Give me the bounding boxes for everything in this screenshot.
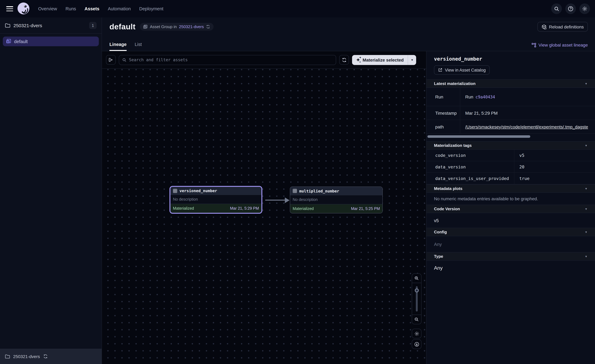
search-icon[interactable] xyxy=(551,3,562,14)
row-value: true xyxy=(514,173,595,184)
badge-group-link[interactable]: 250321-dvers xyxy=(179,24,204,29)
sidebar-item-default[interactable]: default xyxy=(3,36,99,46)
nav-item-runs[interactable]: Runs xyxy=(65,6,76,11)
zoom-in-button[interactable] xyxy=(412,274,421,283)
nav-links: Overview Runs Assets Automation Deployme… xyxy=(38,6,163,11)
asset-search-box[interactable] xyxy=(119,55,336,65)
table-row: path /Users/smackesey/stm/code/elementl/… xyxy=(426,120,595,134)
asset-node-name: versioned_number xyxy=(179,189,217,193)
asset-node-multiplied-number[interactable]: multiplied_number No description Materia… xyxy=(290,187,383,213)
section-title: Type xyxy=(434,254,443,259)
lineage-graph-area: ✦✦✧ Materialize selected ▼ versioned_num… xyxy=(102,51,426,364)
sidebar-footer-label: 250321-dvers xyxy=(13,354,40,359)
materialize-selected-label: Materialize selected xyxy=(362,57,404,62)
run-id-link[interactable]: c9a40434 xyxy=(475,95,495,99)
sync-icon[interactable] xyxy=(206,25,210,29)
asset-node-timestamp: Mar 21, 5:25 PM xyxy=(351,207,380,211)
sparkles-icon: ✦✦✧ xyxy=(356,57,360,62)
section-type[interactable]: Type ▼ xyxy=(426,252,595,261)
materialize-dropdown-button[interactable]: ▼ xyxy=(408,55,416,65)
nav-item-overview[interactable]: Overview xyxy=(38,6,57,11)
refresh-graph-button[interactable] xyxy=(339,55,349,65)
folder-icon xyxy=(5,23,10,28)
view-in-asset-catalog-button[interactable]: View in Asset Catalog xyxy=(434,65,490,75)
table-icon xyxy=(293,189,297,193)
row-value: Run c9a40434 xyxy=(460,88,595,106)
top-nav: Overview Runs Assets Automation Deployme… xyxy=(0,0,595,17)
nav-item-automation[interactable]: Automation xyxy=(108,6,131,11)
folder-icon xyxy=(5,354,10,358)
sidebar: 250321-dvers 1 default 250321-dvers xyxy=(0,17,102,364)
row-key: path xyxy=(426,120,460,133)
table-row: code_version v5 xyxy=(426,150,595,161)
chevron-down-icon: ▼ xyxy=(585,255,588,258)
section-code-version[interactable]: Code Version ▼ xyxy=(426,205,595,213)
graph-settings-button[interactable] xyxy=(412,329,421,338)
sync-icon[interactable] xyxy=(43,354,48,359)
row-key: Run xyxy=(426,88,460,106)
zoom-slider-thumb[interactable] xyxy=(415,288,419,293)
dagster-logo-icon[interactable] xyxy=(18,2,30,15)
table-row: Timestamp Mar 21, 5:29 PM xyxy=(426,106,595,120)
materialize-selected-button[interactable]: ✦✦✧ Materialize selected xyxy=(352,55,408,65)
panel-asset-title: versioned_number xyxy=(434,56,588,62)
materialization-tags-table: code_version v5 data_version 20 data_ver… xyxy=(426,150,595,184)
asset-node-versioned-number[interactable]: versioned_number No description Material… xyxy=(170,186,262,214)
asset-node-timestamp: Mar 21, 5:29 PM xyxy=(230,206,259,210)
asset-node-description: No description xyxy=(293,197,318,202)
config-value: Any xyxy=(434,242,442,247)
row-value: Mar 21, 5:29 PM xyxy=(460,106,595,120)
settings-gear-icon[interactable] xyxy=(579,3,590,14)
reload-cube-icon xyxy=(541,24,546,29)
download-image-button[interactable] xyxy=(412,339,421,349)
section-config[interactable]: Config ▼ xyxy=(426,228,595,236)
row-key: Timestamp xyxy=(426,106,460,120)
reload-definitions-button[interactable]: Reload definitions xyxy=(537,22,588,32)
sidebar-group-count-badge: 1 xyxy=(89,22,97,29)
asset-node-description: No description xyxy=(173,197,198,202)
nav-item-deployment[interactable]: Deployment xyxy=(139,6,163,11)
row-key: code_version xyxy=(426,150,514,161)
tab-lineage[interactable]: Lineage xyxy=(109,42,127,51)
asset-group-badge[interactable]: Asset Group in 250321-dvers xyxy=(140,23,213,31)
zoom-controls xyxy=(412,273,421,324)
hamburger-menu-icon[interactable] xyxy=(6,6,13,11)
section-materialization-tags[interactable]: Materialization tags ▼ xyxy=(426,141,595,150)
view-global-asset-lineage-link[interactable]: View global asset lineage xyxy=(532,42,588,48)
asset-node-status: Materialized xyxy=(173,206,194,210)
search-icon xyxy=(122,58,127,62)
lineage-edge xyxy=(265,200,285,201)
run-prefix: Run xyxy=(465,94,473,99)
open-panel-toggle-button[interactable] xyxy=(106,55,116,65)
lineage-canvas[interactable]: versioned_number No description Material… xyxy=(102,69,426,364)
chevron-down-icon: ▼ xyxy=(585,207,588,210)
row-key: data_version xyxy=(426,161,514,173)
table-icon xyxy=(173,189,177,193)
table-row: data_version 20 xyxy=(426,161,595,173)
section-title: Latest materialization xyxy=(434,81,475,86)
scrollbar-thumb[interactable] xyxy=(427,135,530,138)
page-title: default xyxy=(109,22,135,31)
zoom-out-button[interactable] xyxy=(412,315,421,324)
sidebar-group-row[interactable]: 250321-dvers 1 xyxy=(0,17,102,34)
asset-group-icon xyxy=(143,25,148,29)
chevron-down-icon: ▼ xyxy=(585,187,588,190)
search-input[interactable] xyxy=(129,57,333,62)
help-icon[interactable] xyxy=(565,3,576,14)
tab-list[interactable]: List xyxy=(135,42,142,51)
chevron-down-icon: ▼ xyxy=(585,231,588,234)
zoom-slider[interactable] xyxy=(412,283,421,315)
path-link[interactable]: /Users/smackesey/stm/code/elementl/exper… xyxy=(465,124,588,129)
horizontal-scrollbar[interactable] xyxy=(426,135,595,138)
section-metadata-plots[interactable]: Metadata plots ▼ xyxy=(426,184,595,193)
sidebar-item-label: default xyxy=(14,39,28,44)
asset-group-icon xyxy=(6,39,11,44)
asset-node-name: multiplied_number xyxy=(299,189,339,193)
table-row: Run Run c9a40434 xyxy=(426,88,595,106)
metadata-plots-empty-message: No numeric metadata entries available to… xyxy=(426,193,595,205)
table-row: data_version_is_user_provided true xyxy=(426,173,595,184)
section-latest-materialization[interactable]: Latest materialization ▼ xyxy=(426,79,595,88)
nav-item-assets[interactable]: Assets xyxy=(85,6,99,11)
badge-prefix: Asset Group in xyxy=(150,24,177,29)
page-header: default Asset Group in 250321-dvers Relo… xyxy=(102,17,595,51)
